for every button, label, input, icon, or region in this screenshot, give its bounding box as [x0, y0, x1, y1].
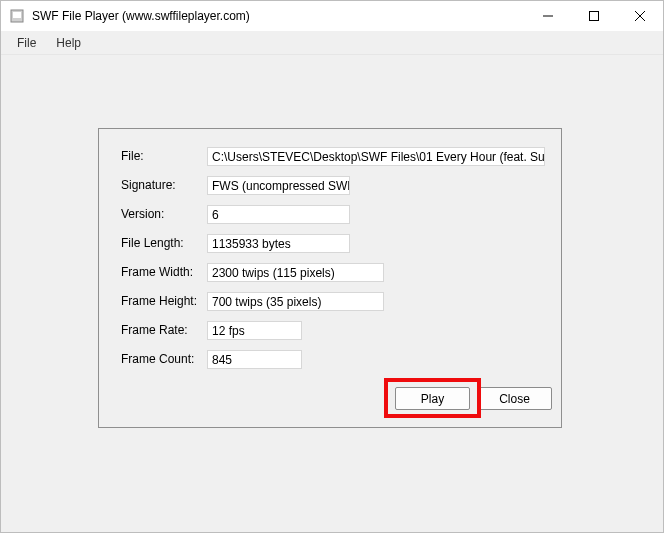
svg-rect-1	[13, 12, 21, 18]
signature-field[interactable]: FWS (uncompressed SWF)	[207, 176, 350, 195]
menubar: File Help	[1, 31, 663, 55]
close-button[interactable]: Close	[477, 387, 552, 410]
file-length-label: File Length:	[121, 236, 207, 250]
menu-help[interactable]: Help	[46, 33, 91, 53]
maximize-button[interactable]	[571, 1, 617, 31]
minimize-button[interactable]	[525, 1, 571, 31]
close-window-button[interactable]	[617, 1, 663, 31]
frame-count-field[interactable]: 845	[207, 350, 302, 369]
frame-rate-label: Frame Rate:	[121, 323, 207, 337]
file-field[interactable]: C:\Users\STEVEC\Desktop\SWF Files\01 Eve…	[207, 147, 545, 166]
frame-width-field[interactable]: 2300 twips (115 pixels)	[207, 263, 384, 282]
signature-label: Signature:	[121, 178, 207, 192]
frame-count-label: Frame Count:	[121, 352, 207, 366]
svg-rect-3	[590, 12, 599, 21]
menu-file[interactable]: File	[7, 33, 46, 53]
version-label: Version:	[121, 207, 207, 221]
frame-rate-field[interactable]: 12 fps	[207, 321, 302, 340]
info-panel: File: C:\Users\STEVEC\Desktop\SWF Files\…	[98, 128, 562, 428]
app-icon	[9, 8, 25, 24]
client-area: File: C:\Users\STEVEC\Desktop\SWF Files\…	[1, 55, 663, 532]
file-label: File:	[121, 149, 207, 163]
frame-height-label: Frame Height:	[121, 294, 207, 308]
frame-width-label: Frame Width:	[121, 265, 207, 279]
app-window: SWF File Player (www.swffileplayer.com) …	[0, 0, 664, 533]
play-button[interactable]: Play	[395, 387, 470, 410]
file-length-field[interactable]: 1135933 bytes	[207, 234, 350, 253]
frame-height-field[interactable]: 700 twips (35 pixels)	[207, 292, 384, 311]
window-title: SWF File Player (www.swffileplayer.com)	[32, 9, 525, 23]
window-controls	[525, 1, 663, 31]
version-field[interactable]: 6	[207, 205, 350, 224]
titlebar: SWF File Player (www.swffileplayer.com)	[1, 1, 663, 31]
